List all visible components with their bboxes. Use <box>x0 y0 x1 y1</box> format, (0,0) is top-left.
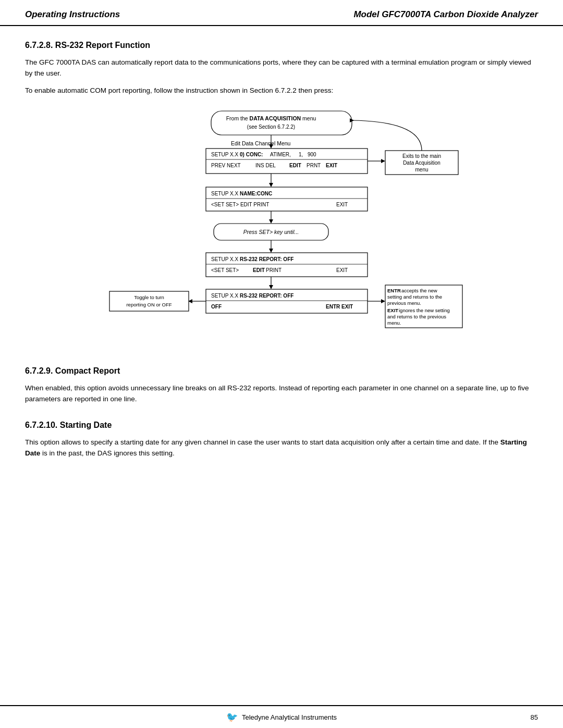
svg-text:<SET  SET>  EDIT   PRINT: <SET SET> EDIT PRINT <box>211 202 269 207</box>
svg-text:EXIT: EXIT <box>336 202 348 207</box>
svg-text:EDIT: EDIT <box>253 267 265 273</box>
section-62710: 6.7.2.10. Starting Date This option allo… <box>25 421 538 459</box>
svg-text:Exits to the main: Exits to the main <box>402 153 441 159</box>
svg-marker-37 <box>269 249 273 253</box>
svg-text:0) CONC:: 0) CONC: <box>240 152 263 157</box>
svg-text:previous menu.: previous menu. <box>387 300 421 306</box>
footer-icon: 🐦 <box>226 711 238 723</box>
section-6729: 6.7.2.9. Compact Report When enabled, th… <box>25 366 538 405</box>
svg-text:menu.: menu. <box>387 320 401 326</box>
svg-text:EXIT: EXIT <box>387 307 398 313</box>
svg-text:EXIT: EXIT <box>336 267 348 273</box>
svg-text:(see Section 6.7.2.2): (see Section 6.7.2.2) <box>247 124 295 130</box>
header-left: Operating Instructions <box>25 9 120 20</box>
svg-text:PREV  NEXT: PREV NEXT <box>211 163 241 168</box>
svg-text:PRINT: PRINT <box>266 267 282 273</box>
svg-text:ENTR: ENTR <box>387 288 401 293</box>
svg-text:and returns to the previous: and returns to the previous <box>387 314 446 319</box>
svg-text:EDIT: EDIT <box>289 163 301 168</box>
svg-text:ignores the new setting: ignores the new setting <box>399 307 450 313</box>
svg-text:From the DATA ACQUISITION menu: From the DATA ACQUISITION menu <box>226 115 316 121</box>
section-6728: 6.7.2.8. RS-232 Report Function The GFC … <box>25 41 538 351</box>
header-right: Model GFC7000TA Carbon Dioxide Analyzer <box>353 9 538 20</box>
svg-text:SETUP X.X: SETUP X.X <box>211 152 238 157</box>
svg-text:Data Acquisition: Data Acquisition <box>403 160 440 166</box>
section-62710-text2: is in the past, the DAS ignores this set… <box>40 449 174 457</box>
flowchart-svg: From the DATA ACQUISITION menu (see Sect… <box>99 106 464 351</box>
svg-text:SETUP X.X: SETUP X.X <box>211 293 238 299</box>
svg-text:ENTR: ENTR <box>326 304 340 310</box>
page-content: 6.7.2.8. RS-232 Report Function The GFC … <box>0 26 563 485</box>
svg-text:900: 900 <box>308 152 316 157</box>
svg-marker-56 <box>381 299 385 303</box>
svg-text:ATIMER,: ATIMER, <box>270 152 291 157</box>
footer-text: Teledyne Analytical Instruments <box>242 713 337 721</box>
page-header: Operating Instructions Model GFC7000TA C… <box>0 0 563 26</box>
svg-text:SETUP X.X: SETUP X.X <box>211 256 238 262</box>
section-6728-para1: The GFC 7000TA DAS can automatically rep… <box>25 57 538 79</box>
svg-text:EXIT: EXIT <box>341 304 353 310</box>
section-heading-6729: 6.7.2.9. Compact Report <box>25 366 538 376</box>
svg-text:setting and returns to the: setting and returns to the <box>387 294 442 300</box>
svg-rect-0 <box>211 111 352 135</box>
section-6728-para2: To enable automatic COM port reporting, … <box>25 85 538 96</box>
section-6729-para1: When enabled, this option avoids unneces… <box>25 383 538 405</box>
svg-text:RS-232 REPORT: OFF: RS-232 REPORT: OFF <box>240 256 293 262</box>
section-heading-62710: 6.7.2.10. Starting Date <box>25 421 538 430</box>
svg-text:menu: menu <box>415 167 428 172</box>
svg-text:accepts the new: accepts the new <box>401 288 437 293</box>
svg-text:Toggle to turn: Toggle to turn <box>134 294 164 300</box>
svg-marker-33 <box>269 219 273 224</box>
footer-page: 85 <box>531 713 538 721</box>
svg-text:<SET  SET>: <SET SET> <box>211 267 239 273</box>
svg-marker-47 <box>269 285 273 289</box>
svg-text:INS   DEL: INS DEL <box>255 163 276 168</box>
svg-text:1,: 1, <box>299 152 303 157</box>
svg-text:Edit Data Channel Menu: Edit Data Channel Menu <box>231 140 291 146</box>
svg-text:reporting ON or OFF: reporting ON or OFF <box>126 302 172 307</box>
footer-content: 🐦 Teledyne Analytical Instruments <box>226 711 337 723</box>
svg-text:EXIT: EXIT <box>326 163 337 168</box>
section-62710-text1: This option allows to specify a starting… <box>25 438 500 446</box>
svg-text:SETUP X.X: SETUP X.X <box>211 191 238 196</box>
svg-marker-19 <box>381 159 385 163</box>
svg-text:Press SET> key until...: Press SET> key until... <box>243 229 299 235</box>
svg-marker-25 <box>269 183 273 187</box>
svg-text:NAME:CONC: NAME:CONC <box>240 191 272 196</box>
svg-text:PRNT: PRNT <box>307 163 321 168</box>
flowchart-diagram: From the DATA ACQUISITION menu (see Sect… <box>99 106 464 351</box>
svg-text:OFF: OFF <box>211 304 222 310</box>
section-62710-para1: This option allows to specify a starting… <box>25 437 538 459</box>
page-footer: 🐦 Teledyne Analytical Instruments 85 <box>0 705 563 728</box>
svg-text:RS-232 REPORT: OFF: RS-232 REPORT: OFF <box>240 293 293 299</box>
section-heading-6728: 6.7.2.8. RS-232 Report Function <box>25 41 538 50</box>
